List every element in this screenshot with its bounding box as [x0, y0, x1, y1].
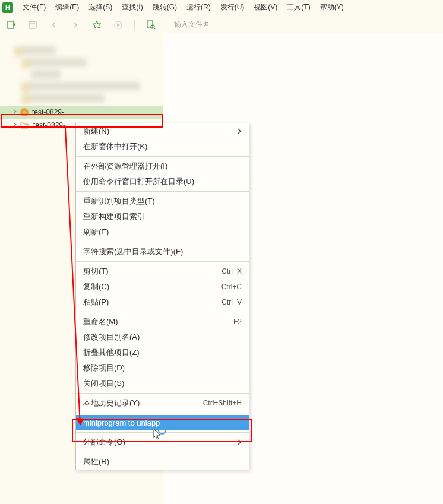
menu-item-label: 重新构建项目索引	[83, 211, 242, 222]
nav-forward-icon[interactable]	[70, 20, 81, 30]
context-menu-item[interactable]: 刷新(E)	[76, 224, 249, 240]
save-icon[interactable]	[27, 20, 38, 30]
menu-item-label: 外部命令(O)	[83, 437, 237, 448]
svg-rect-3	[29, 21, 36, 28]
menu-item-label: 关闭项目(S)	[83, 378, 242, 389]
play-icon[interactable]	[113, 20, 124, 30]
tree-item-label: test-0829-	[33, 121, 65, 129]
menu-edit[interactable]: 编辑(E)	[50, 2, 84, 12]
context-menu-item[interactable]: 复制(C)Ctrl+C	[76, 279, 249, 294]
menu-tools[interactable]: 工具(T)	[282, 2, 315, 12]
menu-run[interactable]: 运行(R)	[182, 2, 216, 12]
menu-separator	[76, 156, 249, 157]
menu-item-label: 使用命令行窗口打开所在目录(U)	[83, 176, 242, 187]
menu-item-label: 重新识别项目类型(T)	[83, 196, 242, 207]
menu-item-shortcut: Ctrl+C	[221, 283, 242, 291]
preview-icon[interactable]	[145, 20, 156, 30]
context-menu-item[interactable]: 外部命令(O)	[76, 435, 249, 450]
context-menu-item[interactable]: 剪切(T)Ctrl+X	[76, 264, 249, 279]
toolbar-divider	[134, 20, 135, 30]
svg-line-8	[154, 28, 155, 29]
context-menu-item[interactable]: miniprogram to uniapp	[76, 415, 249, 430]
search-input[interactable]: 输入文件名	[174, 20, 210, 30]
context-menu-item[interactable]: 使用命令行窗口打开所在目录(U)	[76, 174, 249, 189]
menu-item-label: 在外部资源管理器打开(I)	[83, 161, 242, 172]
menu-item-label: 字符搜索(选中目录或文件)(F)	[83, 246, 242, 257]
menu-goto[interactable]: 跳转(G)	[148, 2, 182, 12]
menu-item-label: miniprogram to uniapp	[83, 419, 242, 427]
menu-view[interactable]: 视图(V)	[249, 2, 282, 12]
context-menu-item[interactable]: 粘贴(P)Ctrl+V	[76, 294, 249, 310]
chevron-right-icon	[12, 121, 20, 129]
new-file-icon[interactable]	[6, 20, 17, 30]
chevron-right-icon	[237, 127, 242, 136]
menu-separator	[76, 393, 249, 394]
context-menu: 新建(N)在新窗体中打开(K)在外部资源管理器打开(I)使用命令行窗口打开所在目…	[75, 123, 249, 470]
svg-rect-0	[8, 21, 14, 28]
menu-item-label: 重命名(M)	[83, 316, 233, 327]
menu-separator	[76, 312, 249, 312]
context-menu-item[interactable]: 重新构建项目索引	[76, 209, 249, 224]
chevron-right-icon	[237, 438, 242, 447]
menu-item-label: 移除项目(D)	[83, 363, 242, 373]
context-menu-item[interactable]: 移除项目(D)	[76, 360, 249, 376]
menu-item-label: 属性(R)	[83, 457, 242, 467]
menu-publish[interactable]: 发行(U)	[216, 2, 249, 12]
menubar: H 文件(F) 编辑(E) 选择(S) 查找(I) 跳转(G) 运行(R) 发行…	[0, 0, 443, 15]
menu-separator	[76, 191, 249, 192]
menu-separator	[76, 413, 249, 413]
menu-item-shortcut: Ctrl+V	[221, 298, 242, 306]
menu-select[interactable]: 选择(S)	[84, 2, 117, 12]
menu-item-label: 刷新(E)	[83, 227, 242, 237]
svg-rect-6	[147, 21, 153, 28]
menu-separator	[76, 452, 249, 452]
context-menu-item[interactable]: 在新窗体中打开(K)	[76, 139, 249, 154]
app-logo: H	[2, 2, 13, 13]
context-menu-item[interactable]: 新建(N)	[76, 123, 249, 139]
context-menu-item[interactable]: 修改项目别名(A)	[76, 329, 249, 345]
context-menu-item[interactable]: 本地历史记录(Y)Ctrl+Shift+H	[76, 395, 249, 411]
folder-icon	[20, 121, 30, 129]
menu-item-label: 新建(N)	[83, 126, 237, 137]
menu-item-label: 剪切(T)	[83, 266, 221, 277]
context-menu-item[interactable]: 折叠其他项目(Z)	[76, 345, 249, 360]
menu-item-label: 折叠其他项目(Z)	[83, 347, 242, 358]
menu-help[interactable]: 帮助(Y)	[315, 2, 349, 12]
context-menu-item[interactable]: 在外部资源管理器打开(I)	[76, 159, 249, 174]
menu-separator	[76, 242, 249, 242]
tree-item-label: test-0829-	[32, 108, 64, 116]
context-menu-item[interactable]: 字符搜索(选中目录或文件)(F)	[76, 244, 249, 259]
menu-item-label: 粘贴(P)	[83, 297, 221, 308]
context-menu-item[interactable]: 属性(R)	[76, 454, 249, 470]
menu-file[interactable]: 文件(F)	[18, 2, 50, 12]
menu-separator	[76, 261, 249, 262]
menu-item-label: 修改项目别名(A)	[83, 332, 242, 343]
context-menu-item[interactable]: 重新识别项目类型(T)	[76, 194, 249, 209]
project-dot-icon: ○	[20, 108, 29, 116]
nav-back-icon[interactable]	[49, 20, 59, 30]
menu-item-label: 本地历史记录(Y)	[83, 398, 203, 408]
menu-find[interactable]: 查找(I)	[117, 2, 147, 12]
star-icon[interactable]	[91, 20, 102, 30]
context-menu-item[interactable]: 重命名(M)F2	[76, 314, 249, 329]
tree-item-project-selected[interactable]: ○ test-0829-	[0, 106, 163, 119]
menu-separator	[76, 432, 249, 433]
blurred-content	[0, 46, 163, 102]
menu-item-shortcut: Ctrl+X	[221, 267, 242, 275]
menu-item-label: 复制(C)	[83, 281, 221, 292]
menu-item-shortcut: F2	[233, 318, 242, 326]
chevron-right-icon	[12, 108, 20, 116]
menu-item-shortcut: Ctrl+Shift+H	[203, 399, 242, 407]
context-menu-item[interactable]: 关闭项目(S)	[76, 376, 249, 391]
menu-item-label: 在新窗体中打开(K)	[83, 141, 242, 152]
toolbar: 输入文件名	[0, 15, 443, 34]
